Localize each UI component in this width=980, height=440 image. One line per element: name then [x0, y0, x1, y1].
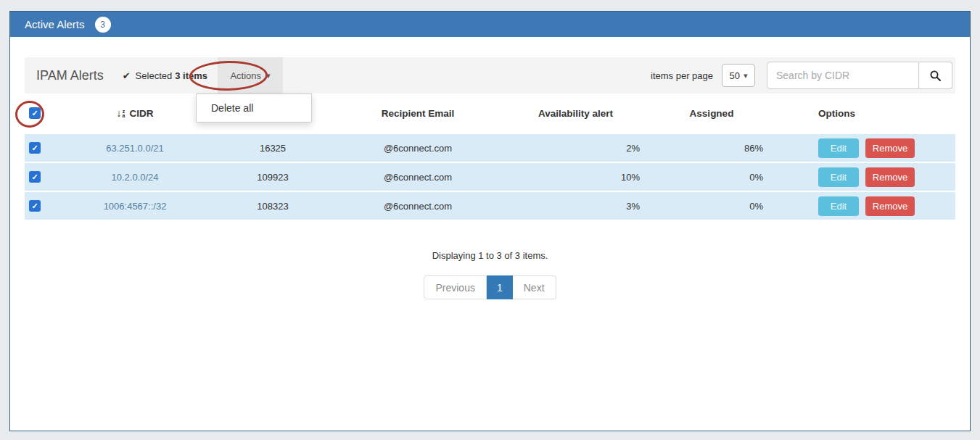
pagination-page-1[interactable]: 1	[487, 275, 513, 299]
displaying-summary: Displaying 1 to 3 of 3 items.	[25, 250, 955, 261]
section-title: IPAM Alerts	[36, 68, 104, 83]
check-tick-icon: ✓	[31, 173, 38, 181]
recipient-email: @6connect.com	[334, 143, 501, 154]
availability-value: 3%	[501, 201, 650, 212]
toolbar-right: items per page 50 ▾	[651, 62, 952, 89]
alert-id: 108323	[211, 201, 334, 212]
table-row: ✓ 1006:4567::/32 108323 @6connect.com 3%…	[25, 192, 955, 220]
check-icon: ✔	[123, 70, 131, 81]
alert-id: 109923	[211, 172, 334, 183]
recipient-email: @6connect.com	[334, 172, 501, 183]
panel-header: Active Alerts 3	[10, 12, 970, 37]
assigned-value: 0%	[650, 172, 773, 183]
alerts-table: ✓ ↓ z a CIDR	[25, 94, 955, 220]
remove-button[interactable]: Remove	[865, 138, 915, 158]
actions-label: Actions	[230, 70, 261, 81]
selected-summary: ✔ Selected3 items	[123, 70, 207, 81]
alert-id: 16325	[211, 143, 334, 154]
column-header-cidr[interactable]: CIDR	[129, 108, 153, 119]
column-header-assigned: Assigned	[650, 108, 773, 119]
table-row: ✓ 63.251.0.0/21 16325 @6connect.com 2% 8…	[25, 134, 955, 162]
caret-down-icon: ▾	[266, 71, 271, 80]
active-alerts-panel: Active Alerts 3 IPAM Alerts ✔ Selected3 …	[9, 11, 971, 431]
search-button[interactable]	[919, 62, 952, 89]
selected-label: Selected3 items	[136, 70, 207, 81]
check-tick-icon: ✓	[31, 109, 38, 117]
page-title: Active Alerts	[25, 18, 85, 30]
cidr-link[interactable]: 1006:4567::/32	[104, 201, 167, 212]
search-input[interactable]	[767, 62, 919, 89]
pagination-next[interactable]: Next	[513, 275, 556, 299]
cidr-link[interactable]: 10.2.0.0/24	[111, 172, 158, 183]
pagination: Previous 1 Next	[25, 275, 955, 299]
remove-button[interactable]: Remove	[865, 167, 915, 187]
actions-dropdown-button[interactable]: Actions ▾	[218, 57, 283, 94]
menu-item-delete-all[interactable]: Delete all	[197, 100, 311, 116]
check-tick-icon: ✓	[31, 202, 38, 210]
row-checkbox[interactable]: ✓	[29, 142, 41, 154]
row-checkbox[interactable]: ✓	[29, 200, 41, 212]
items-per-page-value: 50	[730, 70, 740, 81]
sort-arrow: ↓	[117, 109, 122, 117]
caret-down-icon: ▾	[744, 71, 748, 80]
edit-button[interactable]: Edit	[818, 138, 859, 158]
assigned-value: 0%	[650, 201, 773, 212]
cidr-link[interactable]: 63.251.0.0/21	[106, 143, 164, 154]
edit-button[interactable]: Edit	[818, 167, 859, 187]
panel-body: IPAM Alerts ✔ Selected3 items Actions ▾ …	[10, 37, 970, 431]
selected-count: 3 items	[175, 70, 207, 81]
assigned-value: 86%	[650, 143, 773, 154]
alert-count-badge: 3	[95, 17, 111, 33]
sort-letters: z a	[123, 109, 125, 118]
column-header-email: Recipient Email	[334, 108, 501, 119]
pagination-previous[interactable]: Previous	[424, 275, 486, 299]
select-all-checkbox[interactable]: ✓	[29, 107, 41, 119]
table-header-row: ✓ ↓ z a CIDR	[25, 94, 955, 133]
recipient-email: @6connect.com	[334, 201, 501, 212]
items-per-page-select[interactable]: 50 ▾	[722, 64, 755, 87]
row-checkbox[interactable]: ✓	[29, 171, 41, 183]
remove-button[interactable]: Remove	[865, 196, 915, 216]
check-tick-icon: ✓	[31, 144, 38, 152]
column-header-options: Options	[773, 108, 955, 119]
availability-value: 2%	[501, 143, 650, 154]
toolbar: IPAM Alerts ✔ Selected3 items Actions ▾ …	[25, 57, 955, 94]
table-row: ✓ 10.2.0.0/24 109923 @6connect.com 10% 0…	[25, 163, 955, 191]
edit-button[interactable]: Edit	[818, 196, 859, 216]
items-per-page-label: items per page	[651, 70, 713, 81]
search-icon	[929, 70, 942, 82]
availability-value: 10%	[501, 172, 650, 183]
column-header-availability: Availability alert	[501, 108, 650, 119]
actions-dropdown-menu: Delete all	[196, 94, 312, 123]
sort-alpha-desc-icon[interactable]: ↓ z a	[117, 109, 125, 118]
search-group	[767, 62, 952, 89]
